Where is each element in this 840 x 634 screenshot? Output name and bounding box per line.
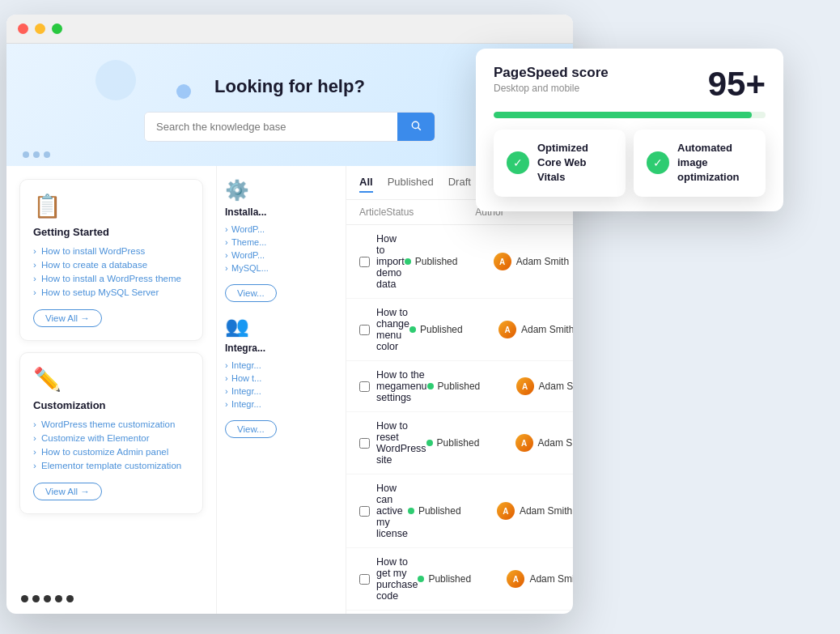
search-button[interactable] xyxy=(397,113,435,141)
search-input[interactable] xyxy=(145,113,397,141)
gs-link-1[interactable]: How to install WordPress xyxy=(33,246,189,256)
tab-published[interactable]: Published xyxy=(388,176,434,193)
author-cell: A Adam Smith xyxy=(494,253,573,270)
integrate-link-4[interactable]: Integr... xyxy=(225,399,337,409)
status-dot xyxy=(426,440,433,446)
integrate-title: Integra... xyxy=(225,343,337,354)
status-label: Published xyxy=(428,573,471,585)
integrate-link-3[interactable]: Integr... xyxy=(225,386,337,396)
install-link-1[interactable]: WordP... xyxy=(225,224,337,234)
table-row: How to the megamenu settings Published A… xyxy=(346,361,573,412)
col-article: Article xyxy=(359,206,386,218)
integrate-icon: 👥 xyxy=(225,315,337,338)
status-dot xyxy=(427,383,434,389)
decorative-dots-bottom xyxy=(21,595,74,602)
tab-all[interactable]: All xyxy=(359,176,373,193)
avatar: A xyxy=(497,502,515,520)
status-label: Published xyxy=(415,256,458,267)
content-area: 📋 Getting Started How to install WordPre… xyxy=(6,166,573,614)
status-dot xyxy=(409,326,416,333)
close-button[interactable] xyxy=(18,23,28,34)
customization-icon: ✏️ xyxy=(33,366,189,393)
install-link-4[interactable]: MySQL... xyxy=(225,263,337,273)
badge-cwv-check: ✓ xyxy=(507,151,529,174)
pagespeed-card: PageSpeed score Desktop and mobile 95+ ✓… xyxy=(476,49,783,211)
status-dot xyxy=(408,508,414,514)
gs-link-2[interactable]: How to create a database xyxy=(33,260,189,270)
cust-link-2[interactable]: Customize with Elementor xyxy=(33,433,189,443)
install-icon: ⚙️ xyxy=(225,179,337,202)
gs-link-3[interactable]: How to install a WordPress theme xyxy=(33,274,189,283)
status-label: Published xyxy=(418,505,461,517)
cust-link-1[interactable]: WordPress theme customization xyxy=(33,419,189,429)
badge-cwv: ✓ OptimizedCore Web Vitals xyxy=(494,130,626,197)
article-title-cell: How to reset WordPress site xyxy=(359,420,426,466)
title-bar xyxy=(6,15,573,44)
article-title-cell: How can active my license xyxy=(359,483,408,539)
author-name: Adam Smith xyxy=(539,381,573,392)
deco-circle-1 xyxy=(95,60,136,100)
install-link-3[interactable]: WordP... xyxy=(225,250,337,260)
row-checkbox-5[interactable] xyxy=(359,574,370,585)
pagespeed-score: 95+ xyxy=(708,65,766,104)
article-title-cell: How to get my purchase code xyxy=(359,556,418,602)
badge-img-label: Automated imageoptimization xyxy=(677,141,753,185)
articles-panel: All Published Draft Trash Article Status… xyxy=(346,166,573,614)
cust-link-4[interactable]: Elementor template customization xyxy=(33,461,189,470)
install-title: Installa... xyxy=(225,206,337,218)
author-cell: A Adam Smith xyxy=(497,502,573,520)
row-checkbox-1[interactable] xyxy=(359,325,370,335)
col-status: Status xyxy=(386,206,475,218)
maximize-button[interactable] xyxy=(52,23,62,34)
category-card-getting-started: 📋 Getting Started How to install WordPre… xyxy=(19,179,203,341)
article-title-cell: How to the megamenu settings xyxy=(359,369,427,403)
table-row: How to reset WordPress site Published A … xyxy=(346,412,573,474)
status-label: Published xyxy=(420,324,463,335)
article-title-text: How to change menu color xyxy=(376,307,409,352)
avatar: A xyxy=(498,321,516,338)
author-name: Adam Smith xyxy=(538,437,573,449)
status-cell: Published xyxy=(427,381,516,392)
badge-cwv-label: OptimizedCore Web Vitals xyxy=(537,141,613,185)
customization-title: Customization xyxy=(33,399,189,411)
categories-sidebar: 📋 Getting Started How to install WordPre… xyxy=(6,166,217,614)
getting-started-title: Getting Started xyxy=(33,226,189,238)
feature-badges: ✓ OptimizedCore Web Vitals ✓ Automated i… xyxy=(494,130,766,197)
integrate-link-1[interactable]: Integr... xyxy=(225,360,337,370)
status-cell: Published xyxy=(418,573,507,585)
integrate-link-2[interactable]: How t... xyxy=(225,373,337,383)
cust-link-3[interactable]: How to customize Admin panel xyxy=(33,447,189,457)
pagespeed-title: PageSpeed score xyxy=(494,65,609,81)
integrate-view-all[interactable]: View... xyxy=(225,420,277,438)
customization-view-all[interactable]: View All → xyxy=(33,483,102,500)
row-checkbox-2[interactable] xyxy=(359,381,370,392)
tab-draft[interactable]: Draft xyxy=(448,176,471,193)
table-row: How can active my license Published A Ad… xyxy=(346,474,573,548)
gs-link-4[interactable]: How to setup MySQL Server xyxy=(33,287,189,297)
author-cell: A Adam Smith xyxy=(498,321,573,338)
pagespeed-title-group: PageSpeed score Desktop and mobile xyxy=(494,65,609,94)
avatar: A xyxy=(515,434,533,452)
status-label: Published xyxy=(437,437,480,449)
table-row: How to get my purchase code Published A … xyxy=(346,548,573,611)
author-cell: A Adam Smith xyxy=(515,434,573,452)
avatar: A xyxy=(516,377,534,395)
minimize-button[interactable] xyxy=(35,23,45,34)
install-panel: ⚙️ Installa... WordP... Theme... WordP..… xyxy=(217,166,346,614)
row-checkbox-3[interactable] xyxy=(359,438,370,449)
svg-line-1 xyxy=(418,128,421,130)
row-checkbox-0[interactable] xyxy=(359,257,370,267)
row-checkbox-4[interactable] xyxy=(359,506,370,517)
article-title-text: How to get my purchase code xyxy=(376,556,418,602)
author-cell: A Adam Smith xyxy=(516,377,573,395)
getting-started-icon: 📋 xyxy=(33,193,189,219)
author-name: Adam Smith xyxy=(520,505,572,517)
pagespeed-subtitle: Desktop and mobile xyxy=(494,83,609,94)
getting-started-view-all[interactable]: View All → xyxy=(33,309,102,327)
table-row: How to import demo data Published A Adam… xyxy=(346,225,573,299)
table-row: How to change menu color Published A Ada… xyxy=(346,299,573,361)
install-view-all[interactable]: View... xyxy=(225,284,277,302)
install-link-2[interactable]: Theme... xyxy=(225,237,337,247)
article-title-text: How to the megamenu settings xyxy=(376,369,427,403)
svg-point-0 xyxy=(412,121,418,128)
